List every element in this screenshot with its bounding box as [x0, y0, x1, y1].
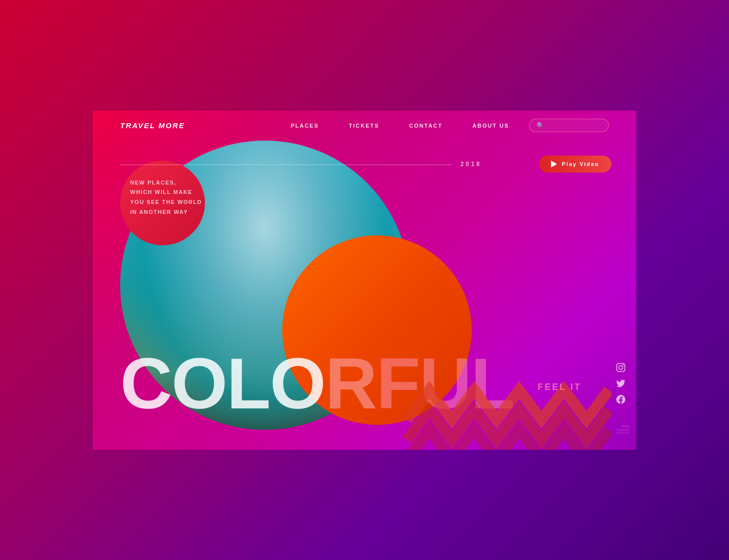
colorful-r: R: [325, 343, 376, 424]
nav-links: Places Tickets Contact About Us: [291, 123, 509, 129]
logo[interactable]: Travel More: [120, 121, 185, 130]
tagline-line1: New places,: [130, 178, 202, 188]
colorful-c: C: [120, 343, 172, 424]
colorful-o2: O: [270, 343, 325, 424]
website-container: Travel More Places Tickets Contact About…: [93, 111, 636, 450]
colorful-o: O: [172, 343, 227, 424]
tagline-line3: you see the world: [130, 197, 202, 207]
social-icons: [615, 362, 626, 405]
nav-about[interactable]: About Us: [473, 123, 509, 129]
tagline-line4: in another way: [130, 207, 202, 217]
zigzag-pattern: [402, 335, 611, 450]
brand-text: JANEDESIGNSTUDIO: [617, 425, 629, 435]
search-input[interactable]: [547, 122, 601, 129]
nav-places[interactable]: Places: [291, 123, 319, 129]
tagline-line2: which will make: [130, 187, 202, 197]
facebook-icon[interactable]: [615, 394, 626, 405]
twitter-icon[interactable]: [615, 378, 626, 389]
play-label: Play Video: [562, 161, 599, 167]
nav-tickets[interactable]: Tickets: [349, 123, 379, 129]
search-box[interactable]: 🔍: [529, 119, 609, 132]
play-video-button[interactable]: Play Video: [539, 156, 611, 173]
instagram-icon[interactable]: [615, 362, 626, 373]
tagline: New places, which will make you see the …: [130, 178, 202, 217]
colorful-l: L: [227, 343, 270, 424]
divider-line: [120, 165, 452, 165]
play-triangle-icon: [551, 161, 557, 168]
search-icon: 🔍: [537, 122, 545, 129]
navbar: Travel More Places Tickets Contact About…: [93, 111, 636, 141]
feel-it-text: Feel It: [538, 382, 581, 392]
nav-contact[interactable]: Contact: [409, 123, 443, 129]
year-label: 2018: [460, 161, 482, 168]
